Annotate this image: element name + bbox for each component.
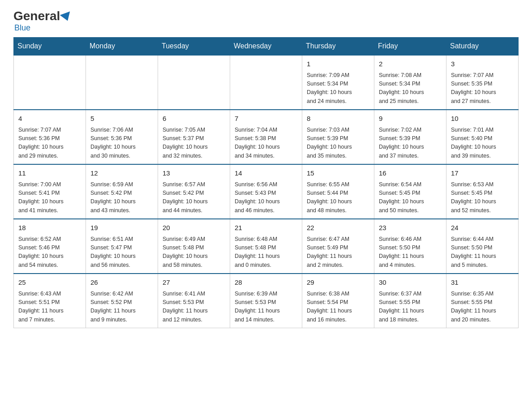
day-number: 7: [235, 114, 297, 124]
day-number: 23: [379, 223, 442, 233]
day-number: 16: [379, 168, 442, 179]
day-number: 27: [163, 278, 225, 288]
day-info: Sunrise: 6:55 AM Sunset: 5:44 PM Dayligh…: [307, 180, 369, 215]
day-number: 29: [307, 278, 369, 288]
calendar-cell: 14Sunrise: 6:56 AM Sunset: 5:43 PM Dayli…: [230, 164, 302, 219]
day-number: 19: [90, 223, 153, 233]
day-info: Sunrise: 6:37 AM Sunset: 5:55 PM Dayligh…: [379, 290, 442, 325]
calendar-cell: 24Sunrise: 6:44 AM Sunset: 5:50 PM Dayli…: [446, 219, 519, 274]
calendar-week-row: 18Sunrise: 6:52 AM Sunset: 5:46 PM Dayli…: [14, 219, 519, 274]
day-number: 14: [235, 168, 297, 179]
day-info: Sunrise: 6:41 AM Sunset: 5:53 PM Dayligh…: [163, 290, 225, 325]
calendar-cell: 29Sunrise: 6:38 AM Sunset: 5:54 PM Dayli…: [302, 274, 374, 328]
calendar-header-row: SundayMondayTuesdayWednesdayThursdayFrid…: [14, 38, 519, 56]
day-info: Sunrise: 7:05 AM Sunset: 5:37 PM Dayligh…: [163, 126, 225, 161]
day-number: 24: [451, 223, 514, 233]
calendar-cell: 19Sunrise: 6:51 AM Sunset: 5:47 PM Dayli…: [86, 219, 158, 274]
calendar-cell: 12Sunrise: 6:59 AM Sunset: 5:42 PM Dayli…: [86, 164, 158, 219]
day-info: Sunrise: 6:51 AM Sunset: 5:47 PM Dayligh…: [90, 235, 153, 270]
calendar-cell: 25Sunrise: 6:43 AM Sunset: 5:51 PM Dayli…: [14, 274, 86, 328]
day-info: Sunrise: 6:56 AM Sunset: 5:43 PM Dayligh…: [235, 180, 297, 215]
calendar-cell: 11Sunrise: 7:00 AM Sunset: 5:41 PM Dayli…: [14, 164, 86, 219]
calendar-week-row: 4Sunrise: 7:07 AM Sunset: 5:36 PM Daylig…: [14, 110, 519, 164]
day-number: 10: [451, 114, 514, 124]
calendar-cell: 6Sunrise: 7:05 AM Sunset: 5:37 PM Daylig…: [158, 110, 230, 164]
day-info: Sunrise: 6:52 AM Sunset: 5:46 PM Dayligh…: [18, 235, 81, 270]
calendar-cell: 9Sunrise: 7:02 AM Sunset: 5:39 PM Daylig…: [374, 110, 446, 164]
day-number: 1: [307, 59, 369, 69]
day-of-week-header: Monday: [86, 38, 158, 56]
calendar-cell: [86, 55, 158, 110]
day-info: Sunrise: 7:01 AM Sunset: 5:40 PM Dayligh…: [451, 126, 514, 161]
day-info: Sunrise: 6:43 AM Sunset: 5:51 PM Dayligh…: [18, 290, 81, 325]
logo-triangle-icon: [60, 11, 73, 22]
calendar-cell: 23Sunrise: 6:46 AM Sunset: 5:50 PM Dayli…: [374, 219, 446, 274]
day-of-week-header: Sunday: [14, 38, 86, 56]
day-info: Sunrise: 7:02 AM Sunset: 5:39 PM Dayligh…: [379, 126, 442, 161]
logo: General Blue: [13, 9, 72, 33]
day-info: Sunrise: 6:53 AM Sunset: 5:45 PM Dayligh…: [451, 180, 514, 215]
day-number: 26: [90, 278, 153, 288]
calendar-cell: 1Sunrise: 7:09 AM Sunset: 5:34 PM Daylig…: [302, 55, 374, 110]
day-number: 30: [379, 278, 442, 288]
day-of-week-header: Friday: [374, 38, 446, 56]
day-number: 13: [163, 168, 225, 179]
calendar-cell: 16Sunrise: 6:54 AM Sunset: 5:45 PM Dayli…: [374, 164, 446, 219]
day-info: Sunrise: 7:09 AM Sunset: 5:34 PM Dayligh…: [307, 71, 369, 106]
day-number: 8: [307, 114, 369, 124]
day-info: Sunrise: 6:35 AM Sunset: 5:55 PM Dayligh…: [451, 290, 514, 325]
day-info: Sunrise: 7:03 AM Sunset: 5:39 PM Dayligh…: [307, 126, 369, 161]
day-number: 20: [163, 223, 225, 233]
day-of-week-header: Tuesday: [158, 38, 230, 56]
calendar-cell: 5Sunrise: 7:06 AM Sunset: 5:36 PM Daylig…: [86, 110, 158, 164]
calendar-cell: 4Sunrise: 7:07 AM Sunset: 5:36 PM Daylig…: [14, 110, 86, 164]
calendar-cell: 28Sunrise: 6:39 AM Sunset: 5:53 PM Dayli…: [230, 274, 302, 328]
calendar-cell: 2Sunrise: 7:08 AM Sunset: 5:34 PM Daylig…: [374, 55, 446, 110]
day-number: 3: [451, 59, 514, 69]
logo-blue-text: Blue: [14, 23, 30, 33]
day-number: 28: [235, 278, 297, 288]
calendar-cell: 10Sunrise: 7:01 AM Sunset: 5:40 PM Dayli…: [446, 110, 519, 164]
day-info: Sunrise: 7:06 AM Sunset: 5:36 PM Dayligh…: [90, 126, 153, 161]
calendar-cell: 20Sunrise: 6:49 AM Sunset: 5:48 PM Dayli…: [158, 219, 230, 274]
day-number: 17: [451, 168, 514, 179]
calendar-cell: 15Sunrise: 6:55 AM Sunset: 5:44 PM Dayli…: [302, 164, 374, 219]
day-of-week-header: Saturday: [446, 38, 519, 56]
day-info: Sunrise: 7:08 AM Sunset: 5:34 PM Dayligh…: [379, 71, 442, 106]
day-info: Sunrise: 6:46 AM Sunset: 5:50 PM Dayligh…: [379, 235, 442, 270]
calendar-cell: [14, 55, 86, 110]
calendar-cell: 18Sunrise: 6:52 AM Sunset: 5:46 PM Dayli…: [14, 219, 86, 274]
day-info: Sunrise: 6:57 AM Sunset: 5:42 PM Dayligh…: [163, 180, 225, 215]
day-info: Sunrise: 6:59 AM Sunset: 5:42 PM Dayligh…: [90, 180, 153, 215]
day-number: 9: [379, 114, 442, 124]
calendar-cell: 30Sunrise: 6:37 AM Sunset: 5:55 PM Dayli…: [374, 274, 446, 328]
calendar-cell: 3Sunrise: 7:07 AM Sunset: 5:35 PM Daylig…: [446, 55, 519, 110]
day-info: Sunrise: 7:00 AM Sunset: 5:41 PM Dayligh…: [18, 180, 81, 215]
day-info: Sunrise: 7:04 AM Sunset: 5:38 PM Dayligh…: [235, 126, 297, 161]
calendar-cell: [230, 55, 302, 110]
day-info: Sunrise: 6:42 AM Sunset: 5:52 PM Dayligh…: [90, 290, 153, 325]
calendar-cell: 17Sunrise: 6:53 AM Sunset: 5:45 PM Dayli…: [446, 164, 519, 219]
day-number: 25: [18, 278, 81, 288]
day-number: 22: [307, 223, 369, 233]
day-number: 5: [90, 114, 153, 124]
calendar-cell: 21Sunrise: 6:48 AM Sunset: 5:48 PM Dayli…: [230, 219, 302, 274]
calendar-table: SundayMondayTuesdayWednesdayThursdayFrid…: [13, 37, 519, 328]
calendar-cell: 8Sunrise: 7:03 AM Sunset: 5:39 PM Daylig…: [302, 110, 374, 164]
logo-general-text: General: [13, 9, 60, 23]
day-number: 11: [18, 168, 81, 179]
day-number: 12: [90, 168, 153, 179]
day-info: Sunrise: 6:44 AM Sunset: 5:50 PM Dayligh…: [451, 235, 514, 270]
calendar-cell: 26Sunrise: 6:42 AM Sunset: 5:52 PM Dayli…: [86, 274, 158, 328]
day-number: 31: [451, 278, 514, 288]
day-number: 2: [379, 59, 442, 69]
day-info: Sunrise: 6:48 AM Sunset: 5:48 PM Dayligh…: [235, 235, 297, 270]
day-number: 6: [163, 114, 225, 124]
calendar-cell: 27Sunrise: 6:41 AM Sunset: 5:53 PM Dayli…: [158, 274, 230, 328]
day-number: 18: [18, 223, 81, 233]
calendar-cell: 31Sunrise: 6:35 AM Sunset: 5:55 PM Dayli…: [446, 274, 519, 328]
page-header: General Blue: [13, 9, 519, 33]
calendar-week-row: 1Sunrise: 7:09 AM Sunset: 5:34 PM Daylig…: [14, 55, 519, 110]
calendar-week-row: 11Sunrise: 7:00 AM Sunset: 5:41 PM Dayli…: [14, 164, 519, 219]
calendar-cell: 13Sunrise: 6:57 AM Sunset: 5:42 PM Dayli…: [158, 164, 230, 219]
